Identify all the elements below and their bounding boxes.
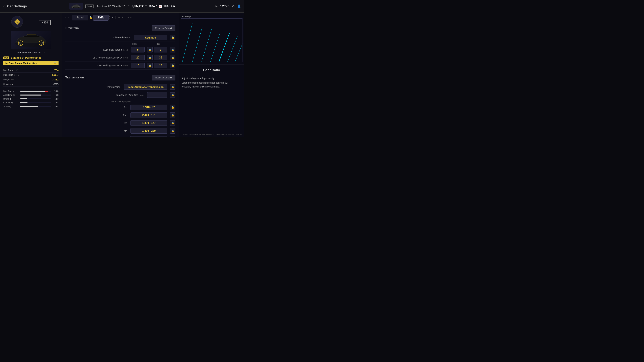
stats-section: Max Power HP 784 Max Torque ft-lb 539.7 … [3, 68, 58, 87]
drivetrain-header: Drivetrain Reset to Default [66, 25, 176, 31]
top-stats: N800 Aventador LP 750-4 SV '15 [85, 5, 125, 7]
tab-prev-arrow[interactable]: 〈 [66, 16, 66, 19]
gear-value-2: 1.810 / 177 [130, 120, 167, 126]
tab-bar: 〈 L1 Road 🔒 Drift 〉 R1 60 80 120 ⚛ [62, 12, 179, 23]
gear-ratio-divider [182, 74, 242, 74]
lsd-values-0: 5 🔒 7 🔒 [131, 47, 176, 52]
drivetrain-reset-button[interactable]: Reset to Default [152, 25, 176, 31]
transmission-type-row: Transmission Semi-Automatic Transmission… [66, 83, 176, 91]
chart-area [180, 18, 242, 64]
lsd-name-0: LSD Initial Torque [103, 48, 122, 51]
diff-gear-lock[interactable]: 🔒 [170, 35, 176, 40]
lsd-row-0: LSD Initial Torque Level 5 🔒 7 🔒 [66, 46, 176, 54]
tab-road[interactable]: Road [72, 15, 88, 20]
drivetrain-section: Drivetrain Reset to Default Differential… [62, 23, 179, 72]
perf-val-cornering: 2.4 [53, 101, 58, 104]
svg-text:🐂: 🐂 [16, 21, 18, 23]
tab-lock-icon: 🔒 [89, 16, 92, 19]
transmission-type-lock[interactable]: 🔒 [170, 84, 176, 90]
gear-controls-1: 2.440 / 131 🔒 [130, 112, 176, 118]
gear-label-2: 3rd [66, 122, 130, 124]
copyright: © 2021 Sony Interactive Entertainment In… [183, 134, 242, 135]
top-speed-lock[interactable]: 🔒 [170, 92, 176, 98]
gear-controls-3: 1.460 / 220 🔒 [130, 128, 176, 134]
lsd-rear-1: 35 [154, 55, 167, 60]
gear-controls-0: 3.910 / 82 🔒 [130, 105, 176, 110]
gear-lock-3[interactable]: 🔒 [170, 128, 176, 134]
transmission-type-controls: Semi-Automatic Transmission 🔒 [124, 84, 176, 90]
performance-stats: Max Speed 10.0 Acceleration 6.8 Braking [3, 89, 58, 108]
perf-bar-stability [20, 106, 51, 107]
perf-name-cornering: Cornering [3, 101, 18, 104]
gear-row-3: 4th 1.460 / 220 🔒 [66, 127, 176, 135]
indicator-60: 60 [118, 16, 120, 19]
lsd-name-2: LSD Braking Sensitivity [98, 64, 122, 67]
lsd-label-2: LSD Braking Sensitivity Level [66, 64, 131, 67]
drivetrain-title: Drivetrain [66, 26, 79, 30]
car-thumbnail-svg [70, 4, 82, 9]
gear-value-0: 3.910 / 82 [130, 105, 167, 110]
gear-lock-1[interactable]: 🔒 [170, 112, 176, 118]
lsd-unit-1: Level [124, 57, 128, 59]
rpm-chart: 8,500 rpm [179, 12, 244, 64]
top-bar: ‹ Car Settings N800 Aventador LP 750-4 S… [0, 0, 244, 12]
gear-lock-4[interactable]: 🔒 [170, 136, 176, 137]
svg-point-7 [19, 42, 22, 44]
bop-text: Balance of Performance [11, 56, 42, 59]
transmission-title: Transmission [66, 76, 84, 79]
stat-name-drivetrain: Drivetrain [3, 83, 48, 85]
transmission-section: Transmission Reset to Default Transmissi… [62, 72, 179, 137]
bop-course-text: for Road Course (Setting dis... [5, 62, 37, 64]
gear-row-4: 5th 1.180 / 272 🔒 [66, 135, 176, 137]
odometer-value: 9,637,222 [132, 5, 144, 8]
lsd-rear-lock-2[interactable]: 🔒 [170, 63, 176, 68]
stat-val-weight: 3,362 [48, 78, 58, 81]
profile-icon[interactable]: 👤 [237, 4, 241, 8]
stat-max-torque: Max Torque ft-lb 539.7 [3, 72, 58, 77]
bop-section: BOP Balance of Performance for Road Cour… [3, 56, 58, 65]
lsd-front-lock-1[interactable]: 🔒 [147, 55, 152, 60]
perf-cornering: Cornering 2.4 [3, 101, 58, 105]
lsd-front-lock-0[interactable]: 🔒 [147, 47, 152, 52]
tab-next-arrow[interactable]: 〉 [109, 16, 110, 19]
tab-drift[interactable]: Drift [93, 14, 108, 21]
lsd-name-1: LSD Acceleration Sensitivity [92, 56, 122, 59]
perf-name-speed: Max Speed [3, 90, 18, 92]
bop-badge: BOP [3, 56, 10, 59]
gear-controls-4: 1.180 / 272 🔒 [130, 136, 176, 137]
lsd-rear-lock-1[interactable]: 🔒 [170, 55, 176, 60]
n800-badge-top: N800 [85, 4, 94, 8]
indicator-80: 80 [122, 16, 124, 19]
lsd-front-lock-2[interactable]: 🔒 [147, 63, 152, 68]
perf-val-braking: 2.3 [53, 97, 58, 100]
car-image [11, 31, 51, 49]
top-bar-right: 14 12:25 ⚙ 👤 [215, 4, 241, 8]
gear-ratio-desc-3: reset any manual adjustments made. [182, 85, 242, 88]
gear-lock-2[interactable]: 🔒 [170, 120, 176, 126]
car-name-sidebar: Aventador LP 750-4 SV '15 [3, 51, 58, 54]
rear-header-label: Rear [147, 42, 169, 45]
gear-label-0: 1st [66, 106, 130, 109]
perf-val-stability: 5.8 [53, 105, 58, 108]
credits-value: 98,577 [148, 5, 157, 8]
top-speed-unit: km/h [140, 94, 144, 96]
back-button[interactable]: ‹ [3, 4, 4, 8]
bop-course[interactable]: for Road Course (Setting dis... 🔒 [3, 61, 58, 65]
perf-name-braking: Braking [3, 97, 18, 100]
top-speed-value: -- [147, 92, 167, 98]
lsd-rear-lock-0[interactable]: 🔒 [170, 47, 176, 52]
left-sidebar: 🐂 N800 Aventador LP 750-4 SV '15 BOP Bal… [0, 12, 62, 137]
car-side-view [12, 33, 50, 48]
main-content: 〈 L1 Road 🔒 Drift 〉 R1 60 80 120 ⚛ Drive… [62, 12, 179, 137]
chart-icon: 📈 [158, 5, 162, 8]
steering-icon: ◠ [128, 5, 130, 8]
diff-gear-label: Differential Gear [66, 36, 134, 39]
differential-gear-row: Differential Gear Standard 🔒 [66, 33, 176, 42]
page-title: Car Settings [7, 4, 27, 8]
gear-lock-0[interactable]: 🔒 [170, 105, 176, 110]
transmission-reset-button[interactable]: Reset to Default [152, 75, 176, 80]
settings-icon[interactable]: ⚙ [232, 4, 234, 8]
transmission-header: Transmission Reset to Default [66, 75, 176, 80]
stat-drivetrain: Drivetrain 4WD [3, 82, 58, 87]
stat-val-drivetrain: 4WD [48, 83, 58, 86]
